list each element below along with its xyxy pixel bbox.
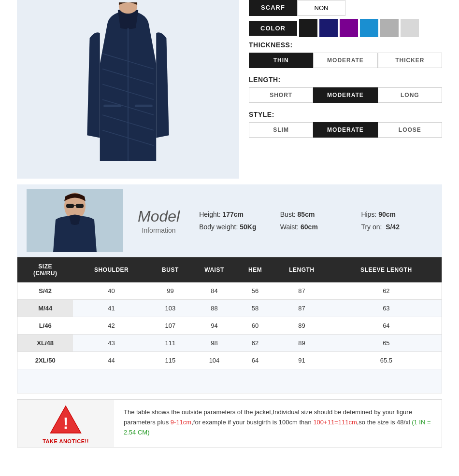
swatch-blue[interactable] (360, 19, 378, 37)
height-val: 177cm (222, 210, 244, 218)
swatch-navy[interactable] (319, 19, 338, 37)
swatch-black[interactable] (299, 19, 317, 37)
measurement-cell: 62 (331, 282, 442, 300)
table-header-row: SIZE(CN/RU) SHOULDER BUST WAIST HEM LENG… (17, 257, 442, 283)
measurement-cell: 89 (273, 317, 331, 335)
table-row: 2XL/5044115104649165.5 (17, 352, 442, 369)
col-waist: WAIST (191, 257, 238, 283)
thickness-thicker-btn[interactable]: THICKER (378, 53, 442, 68)
thickness-btn-group: THIN MODERATE THICKER (249, 53, 442, 68)
bust-label: Bust: (280, 210, 296, 218)
model-photo-svg (27, 189, 123, 252)
style-title: STYLE: (249, 111, 442, 118)
measurement-cell: 44 (73, 352, 149, 369)
weight-label: Body weight: (199, 223, 238, 231)
length-btn-group: SHORT MODERATE LONG (249, 87, 442, 103)
take-notice-label: TAKE ANOTICE!! (43, 438, 89, 444)
table-row: S/42409984568762 (17, 282, 442, 300)
measurement-cell: 91 (273, 352, 331, 369)
tryon-val: S/42 (386, 223, 400, 231)
size-cell: S/42 (17, 282, 73, 300)
thickness-moderate-btn[interactable]: MODERATE (313, 53, 377, 68)
size-cell: 2XL/50 (17, 352, 73, 369)
svg-rect-9 (135, 105, 153, 107)
style-btn-group: SLIM MODERATE LOOSE (249, 122, 442, 138)
swatch-purple[interactable] (340, 19, 358, 37)
hips-val: 90cm (378, 210, 396, 218)
measurement-cell: 65.5 (331, 352, 442, 369)
model-title-text: Model (138, 208, 180, 225)
measurement-cell: 98 (191, 335, 238, 352)
col-shoulder: SHOULDER (73, 257, 149, 283)
measurement-cell: 42 (73, 317, 149, 335)
measurement-cell: 111 (150, 335, 191, 352)
model-stats: Height: 177cm Bust: 85cm Hips: 90cm Body… (194, 210, 432, 231)
warning-triangle-icon: ! (49, 403, 83, 436)
length-short-btn[interactable]: SHORT (249, 87, 313, 103)
tryon-label: Try on: (361, 223, 382, 231)
measurement-cell: 63 (331, 300, 442, 317)
svg-rect-14 (76, 204, 84, 208)
svg-rect-13 (66, 204, 74, 208)
stat-bust: Bust: 85cm (280, 210, 352, 218)
stat-waist: Waist: 60cm (280, 223, 352, 231)
notice-icon-area: ! TAKE ANOTICE!! (17, 400, 114, 447)
svg-text:!: ! (63, 414, 68, 432)
product-image-area (17, 0, 239, 179)
notice-red2: 100+11=111cm (313, 419, 357, 426)
style-moderate-btn[interactable]: MODERATE (313, 122, 377, 138)
jacket-image (56, 2, 201, 176)
measurement-cell: 99 (150, 282, 191, 300)
thickness-section: THICKNESS: THIN MODERATE THICKER (249, 41, 442, 68)
top-section: SCARF NON COLOR THICKNESS: THIN MODERATE… (0, 0, 459, 179)
measurement-cell: 65 (331, 335, 442, 352)
size-table-section: SIZE(CN/RU) SHOULDER BUST WAIST HEM LENG… (17, 257, 442, 393)
style-slim-btn[interactable]: SLIM (249, 122, 313, 138)
col-sleeve-length: SLEEVE LENGTH (331, 257, 442, 283)
color-row: COLOR (249, 19, 442, 37)
size-cell: XL/48 (17, 335, 73, 352)
table-row: L/464210794608964 (17, 317, 442, 335)
non-label[interactable]: NON (297, 0, 345, 16)
measurement-cell: 62 (238, 335, 273, 352)
length-title: LENGTH: (249, 76, 442, 84)
hips-label: Hips: (361, 210, 376, 218)
size-table: SIZE(CN/RU) SHOULDER BUST WAIST HEM LENG… (17, 257, 442, 369)
height-label: Height: (199, 210, 220, 218)
measurement-cell: 94 (191, 317, 238, 335)
size-cell: M/44 (17, 300, 73, 317)
measurement-cell: 104 (191, 352, 238, 369)
col-length: LENGTH (273, 257, 331, 283)
model-photo (27, 189, 123, 252)
stat-hips: Hips: 90cm (361, 210, 432, 218)
notice-text-area: The table shows the outside parameters o… (114, 400, 442, 447)
length-long-btn[interactable]: LONG (378, 87, 442, 103)
measurement-cell: 88 (191, 300, 238, 317)
size-cell: L/46 (17, 317, 73, 335)
measurement-cell: 58 (238, 300, 273, 317)
style-section: STYLE: SLIM MODERATE LOOSE (249, 111, 442, 138)
thickness-title: THICKNESS: (249, 41, 442, 49)
length-section: LENGTH: SHORT MODERATE LONG (249, 76, 442, 103)
table-row: XL/484311198628965 (17, 335, 442, 352)
model-label: Model Information (123, 208, 194, 234)
swatch-silver[interactable] (401, 19, 419, 37)
measurement-cell: 60 (238, 317, 273, 335)
color-label: COLOR (249, 21, 297, 36)
thickness-label-text: THICKNESS (249, 41, 290, 49)
scarf-label[interactable]: SCARF (249, 0, 297, 16)
waist-val: 60cm (301, 223, 318, 231)
notice-text-after-red2: ,so the size is 48/xl (357, 419, 412, 426)
measurement-cell: 41 (73, 300, 149, 317)
table-row: M/444110388588763 (17, 300, 442, 317)
waist-label: Waist: (280, 223, 299, 231)
col-bust: BUST (150, 257, 191, 283)
notice-section: ! TAKE ANOTICE!! The table shows the out… (17, 399, 442, 448)
swatch-lightgray[interactable] (380, 19, 399, 37)
bust-val: 85cm (298, 210, 315, 218)
stat-weight: Body weight: 50Kg (199, 223, 271, 231)
style-loose-btn[interactable]: LOOSE (378, 122, 442, 138)
measurement-cell: 64 (331, 317, 442, 335)
thickness-thin-btn[interactable]: THIN (249, 53, 313, 68)
length-moderate-btn[interactable]: MODERATE (313, 87, 377, 103)
